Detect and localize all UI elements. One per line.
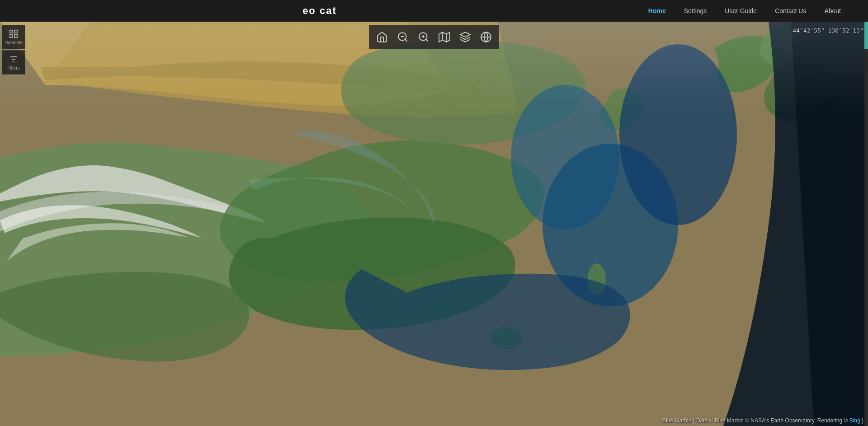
filters-label: Filters: [7, 66, 19, 70]
map-toolbar: [369, 25, 499, 49]
coordinates-display: 44°42'55" 130°52'13": [793, 27, 863, 34]
nav-user-guide[interactable]: User Guide: [716, 1, 766, 21]
nav-home[interactable]: Home: [639, 1, 675, 21]
nav-links: Home Settings User Guide Contact Us Abou…: [639, 1, 850, 21]
scrollbar-thumb[interactable]: [864, 22, 868, 49]
attribution-link[interactable]: Bing: [849, 417, 860, 424]
svg-rect-9: [10, 30, 13, 33]
svg-rect-11: [10, 35, 13, 37]
scrollbar-edge: [864, 22, 868, 426]
logo-area: eo cat: [0, 5, 639, 17]
sidebar: Datasets Filters: [0, 25, 27, 75]
datasets-label: Datasets: [5, 40, 22, 45]
top-navigation: eo cat Home Settings User Guide Contact …: [0, 0, 868, 22]
svg-rect-10: [14, 30, 17, 33]
nav-settings[interactable]: Settings: [675, 1, 716, 21]
datasets-button[interactable]: Datasets: [2, 25, 25, 49]
map-svg: [0, 22, 868, 426]
filters-button[interactable]: Filters: [2, 50, 25, 75]
svg-marker-23: [439, 32, 450, 42]
svg-line-20: [426, 39, 428, 42]
map-attribution: Blue Marble { Data © Blue Marble © NASA'…: [662, 417, 863, 424]
svg-marker-26: [460, 32, 470, 37]
nav-about[interactable]: About: [815, 1, 850, 21]
toolbar-layers-button[interactable]: [455, 27, 475, 47]
svg-rect-12: [14, 35, 17, 37]
map-area[interactable]: [0, 22, 868, 426]
nav-contact-us[interactable]: Contact Us: [766, 1, 815, 21]
toolbar-globe-button[interactable]: [476, 27, 496, 47]
toolbar-home-button[interactable]: [372, 27, 392, 47]
toolbar-zoom-out-button[interactable]: [393, 27, 413, 47]
svg-line-17: [405, 39, 407, 42]
app-logo: eo cat: [302, 5, 337, 17]
toolbar-map-button[interactable]: [434, 27, 454, 47]
toolbar-zoom-in-button[interactable]: [414, 27, 434, 47]
